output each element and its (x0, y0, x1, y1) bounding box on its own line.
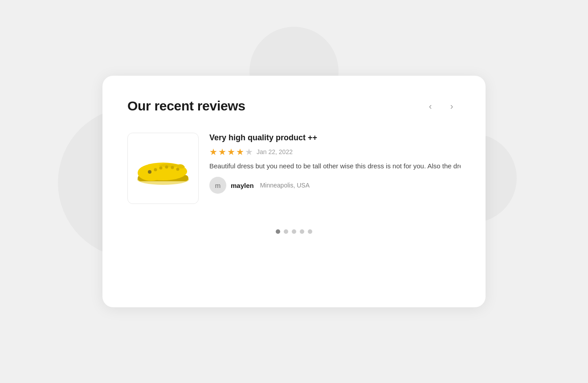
star-3: ★ (227, 147, 235, 157)
star-5: ★ (245, 147, 253, 157)
star-4: ★ (236, 147, 244, 157)
chevron-left-icon: ‹ (429, 101, 432, 111)
card-title: Our recent reviews (127, 98, 245, 114)
carousel-dots (127, 229, 461, 234)
svg-point-5 (159, 167, 163, 170)
reviews-container: Very high quality product ++ ★ ★ ★ ★ ★ J… (127, 133, 461, 215)
star-2: ★ (218, 147, 226, 157)
rating-row: ★ ★ ★ ★ ★ Jan 22, 2022 (209, 147, 461, 157)
product-image-yellow-clog (134, 148, 192, 188)
prev-button[interactable]: ‹ (421, 97, 439, 115)
dot-2[interactable] (284, 229, 288, 234)
dot-1[interactable] (276, 229, 280, 234)
dot-4[interactable] (300, 229, 304, 234)
reviewer-row: m maylen Minneapolis, USA (209, 177, 461, 194)
card-header: Our recent reviews ‹ › (127, 97, 461, 115)
reviews-card: Our recent reviews ‹ › (102, 76, 486, 307)
review-date: Jan 22, 2022 (257, 148, 293, 155)
reviewer-location: Minneapolis, USA (260, 182, 310, 189)
review-title: Very high quality product ++ (209, 133, 461, 143)
svg-point-9 (148, 170, 151, 174)
next-button[interactable]: › (443, 97, 461, 115)
product-image-wrapper (127, 133, 199, 204)
review-content: Very high quality product ++ ★ ★ ★ ★ ★ J… (209, 133, 461, 215)
reviewer-name: maylen (231, 182, 254, 189)
svg-point-6 (165, 166, 168, 169)
dot-5[interactable] (308, 229, 312, 234)
star-rating: ★ ★ ★ ★ ★ (209, 147, 253, 157)
dot-3[interactable] (292, 229, 296, 234)
reviewer-avatar: m (209, 177, 226, 194)
svg-point-7 (171, 166, 174, 169)
chevron-right-icon: › (450, 101, 453, 111)
star-1: ★ (209, 147, 217, 157)
review-text: Beautiful dress but you need to be tall … (209, 161, 461, 171)
nav-buttons: ‹ › (421, 97, 461, 115)
review-item: Very high quality product ++ ★ ★ ★ ★ ★ J… (127, 133, 461, 215)
svg-point-4 (154, 168, 157, 171)
svg-point-8 (176, 168, 180, 171)
